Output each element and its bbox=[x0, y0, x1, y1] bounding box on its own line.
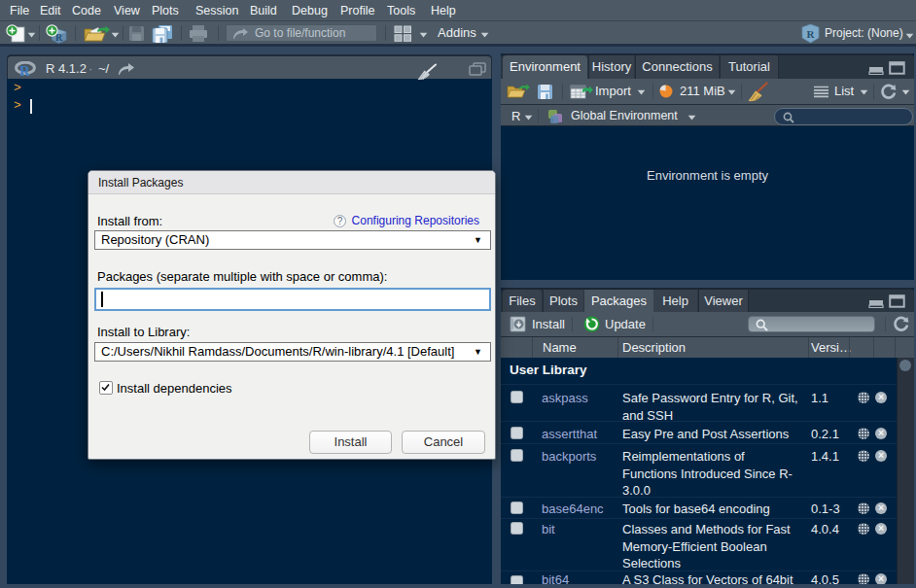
svg-text:R: R bbox=[19, 63, 30, 78]
svg-text:R: R bbox=[807, 28, 816, 40]
